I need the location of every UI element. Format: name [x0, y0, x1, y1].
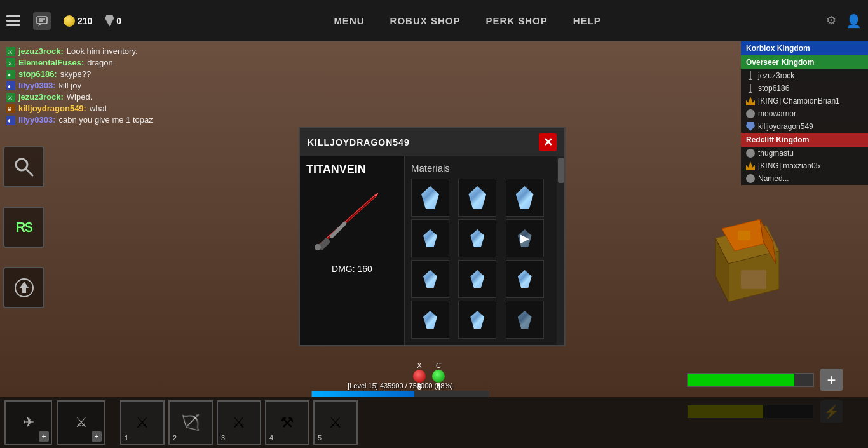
- diamond-icon-5: [470, 229, 484, 247]
- health-add-button[interactable]: +: [820, 369, 843, 391]
- search-button[interactable]: [3, 146, 44, 187]
- skill-slot-1[interactable]: ⚔ 1: [120, 400, 165, 445]
- svg-marker-28: [20, 282, 29, 288]
- skill-slots-row: ⚔ 1 🏹 2 ⚔ 3 ⚒ 4 ⚔ 5: [116, 397, 362, 448]
- chat-username-1: jezuz3rock:: [18, 46, 64, 56]
- chat-text-7: cabn you give me 1 topaz: [59, 115, 153, 125]
- skill-number-2: 2: [173, 434, 177, 442]
- player-icon-sword-2: [746, 84, 755, 93]
- skill-slot-2[interactable]: 🏹 2: [168, 400, 213, 445]
- material-cell-9[interactable]: [506, 260, 544, 298]
- hamburger-menu[interactable]: [6, 15, 20, 26]
- topbar-right-icons: ⚙ 👤: [826, 13, 862, 29]
- extra-weapon-slots: ✈ + ⚔ +: [0, 397, 109, 448]
- material-cell-3[interactable]: [506, 179, 544, 217]
- skill-icon-2: 🏹: [181, 414, 200, 431]
- chat-badge-4: ♦: [6, 81, 15, 90]
- upload-button[interactable]: [3, 267, 44, 308]
- material-cell-1[interactable]: [411, 179, 449, 217]
- weapon-slot-add-1[interactable]: +: [39, 431, 49, 442]
- weapon-extra-icon-1: ✈: [23, 414, 34, 431]
- sword-icon: [313, 189, 389, 252]
- chat-text-3: skype??: [60, 69, 91, 79]
- profile-icon[interactable]: 👤: [846, 13, 862, 29]
- material-cell-5[interactable]: [458, 219, 496, 257]
- skill-slot-3[interactable]: ⚔ 3: [217, 400, 261, 445]
- nav-help[interactable]: HELP: [573, 15, 601, 26]
- modal-body: TITANVEIN DMG: 160 Material: [300, 156, 564, 345]
- chat-username-3: stop6186:: [18, 69, 57, 79]
- chat-username-6: killjoydragon549:: [18, 104, 86, 113]
- nav-perk-shop[interactable]: PERK SHOP: [485, 15, 547, 26]
- svg-rect-5: [738, 231, 750, 240]
- item-damage: DMG: 160: [306, 264, 398, 274]
- chat-badge-2: ⚔: [6, 58, 15, 67]
- material-cell-7[interactable]: [411, 260, 449, 298]
- skill-number-4: 4: [269, 434, 273, 442]
- nav-robux-shop[interactable]: ROBUX SHOP: [390, 15, 461, 26]
- diamond-icon-3: [516, 186, 534, 209]
- chat-badge-7: ♦: [6, 116, 15, 125]
- player-name-maxzian05: [KING] maxzian05: [758, 161, 820, 170]
- player-name-jezuz3rock: jezuz3rock: [758, 71, 794, 80]
- svg-point-35: [315, 244, 321, 250]
- material-cell-11[interactable]: [458, 301, 496, 339]
- robux-button[interactable]: R$: [3, 207, 44, 248]
- skill-slot-4[interactable]: ⚒ 4: [265, 400, 309, 445]
- svg-text:✦: ✦: [7, 72, 11, 78]
- modal-header: KILLJOYDRAGON549 ✕: [300, 128, 564, 156]
- modal-close-button[interactable]: ✕: [539, 133, 557, 151]
- modal-scrollbar[interactable]: [557, 156, 564, 345]
- xp-bar-container: [Level 15] 435900 / 750000 (58%): [311, 382, 489, 397]
- player-named: Named...: [741, 172, 868, 185]
- kingdom-korblox: Korblox Kingdom: [741, 41, 868, 55]
- potion-x-count: 5: [417, 383, 421, 391]
- material-cell-8[interactable]: [458, 260, 496, 298]
- top-navigation: MENU ROBUX SHOP PERK SHOP HELP: [334, 15, 600, 26]
- modal-scrollbar-thumb[interactable]: [558, 158, 564, 183]
- svg-text:⚔: ⚔: [8, 60, 13, 67]
- diamond-icon-6: [518, 229, 532, 247]
- skill-number-5: 5: [318, 434, 322, 442]
- chat-message-1: ⚔ jezuz3rock: Look him inventory.: [6, 46, 210, 56]
- diamond-icon-1: [421, 186, 439, 209]
- diamond-icon-12: [518, 311, 532, 329]
- svg-text:♛: ♛: [7, 106, 12, 112]
- potion-x: X 5: [413, 362, 426, 391]
- nav-menu[interactable]: MENU: [334, 15, 364, 26]
- svg-text:⚔: ⚔: [8, 95, 13, 101]
- coin-stat: 210: [64, 15, 92, 27]
- chat-icon: [36, 16, 48, 26]
- chat-message-5: ⚔ jezuz3rock: Wiped.: [6, 92, 210, 102]
- weapon-slot-extra-1[interactable]: ✈ +: [4, 400, 52, 445]
- modal-materials-panel: Materials: [405, 156, 557, 345]
- weapon-slot-add-2[interactable]: +: [92, 431, 102, 442]
- pin-icon: [105, 15, 114, 27]
- chat-text-4: kill joy: [59, 81, 81, 90]
- svg-rect-29: [22, 288, 26, 293]
- player-name-killjoydragon: killjoydragon549: [758, 122, 813, 131]
- item-name: TITANVEIN: [306, 163, 398, 176]
- diamond-icon-7: [423, 270, 437, 288]
- material-cell-6[interactable]: ▶: [506, 219, 544, 257]
- material-cell-4[interactable]: [411, 219, 449, 257]
- player-name-named: Named...: [758, 174, 789, 183]
- settings-icon[interactable]: ⚙: [826, 13, 836, 29]
- material-cell-10[interactable]: [411, 301, 449, 339]
- diamond-icon-10: [423, 311, 437, 329]
- potion-x-icon[interactable]: [413, 370, 426, 383]
- skill-slot-5[interactable]: ⚔ 5: [313, 400, 358, 445]
- skill-icon-1: ⚔: [135, 414, 149, 431]
- svg-rect-7: [37, 17, 47, 24]
- potions-area: X 5 C 4: [413, 362, 445, 391]
- chat-text-1: Look him inventory.: [67, 46, 138, 56]
- material-cell-12[interactable]: [506, 301, 544, 339]
- svg-line-33: [332, 224, 344, 236]
- chat-username-7: lilyy0303:: [18, 115, 56, 125]
- chat-icon-button[interactable]: [33, 12, 51, 30]
- weapon-slot-extra-2[interactable]: ⚔ +: [57, 400, 105, 445]
- material-cell-2[interactable]: [458, 179, 496, 217]
- kingdom-overseer: Overseer Kingdom: [741, 55, 868, 69]
- potion-c-icon[interactable]: [432, 370, 445, 383]
- chat-username-2: ElementalFuses:: [18, 58, 84, 67]
